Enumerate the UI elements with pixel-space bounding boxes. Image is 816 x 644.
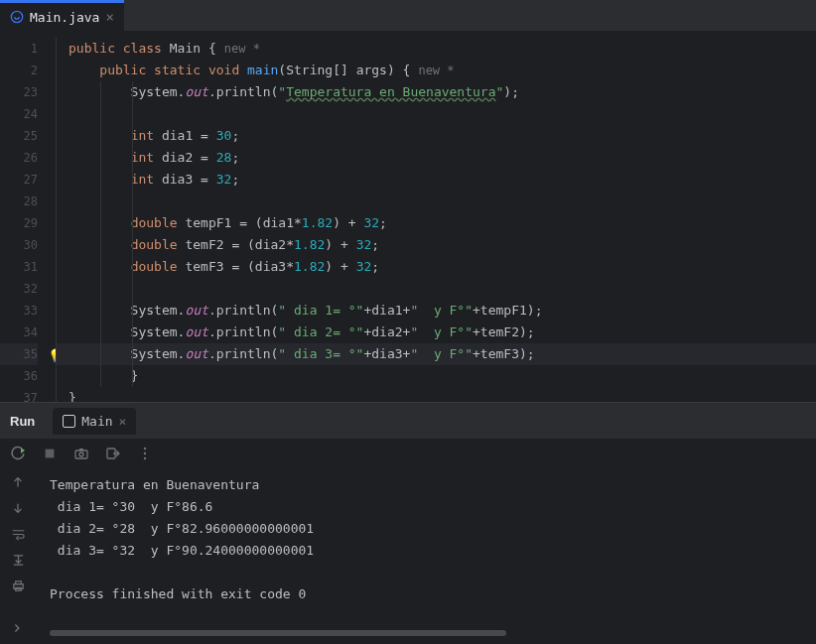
line-number: 24: [0, 103, 38, 125]
svg-point-8: [144, 457, 146, 459]
run-body: Temperatura en Buenaventura dia 1= °30 y…: [0, 468, 816, 644]
line-number: 36: [0, 365, 38, 387]
code-line[interactable]: [56, 191, 816, 212]
soft-wrap-icon[interactable]: [10, 526, 26, 542]
line-number: 37: [0, 387, 38, 402]
code-line[interactable]: }: [56, 365, 816, 387]
code-line[interactable]: double tempF1 = (dia1*1.82) + 32;: [56, 212, 816, 234]
line-number: 33: [0, 300, 38, 322]
svg-point-6: [144, 448, 146, 450]
stop-icon[interactable]: [42, 446, 58, 461]
code-line[interactable]: [56, 278, 816, 300]
code-line[interactable]: double temF3 = (dia3*1.82) + 32;: [56, 256, 816, 278]
svg-rect-1: [46, 450, 55, 458]
svg-rect-4: [79, 449, 83, 451]
more-icon[interactable]: [137, 446, 153, 461]
run-content: Temperatura en Buenaventura dia 1= °30 y…: [36, 468, 816, 644]
java-file-icon: [10, 10, 24, 24]
code-line[interactable]: double temF2 = (dia2*1.82) + 32;: [56, 234, 816, 256]
line-number: 35💡: [0, 343, 38, 365]
code-line[interactable]: System.out.println(" dia 1= °"+dia1+" y …: [56, 300, 816, 322]
code-line[interactable]: }: [56, 387, 816, 402]
tab-filename: Main.java: [30, 10, 99, 25]
run-toolbar: [0, 439, 816, 468]
line-number: 31: [0, 256, 38, 278]
line-number: 34: [0, 322, 38, 343]
scroll-to-end-icon[interactable]: [10, 552, 26, 568]
line-number: 27: [0, 169, 38, 191]
editor-tab[interactable]: Main.java ×: [0, 0, 124, 31]
run-panel-title: Run: [10, 414, 49, 429]
console-output[interactable]: Temperatura en Buenaventura dia 1= °30 y…: [36, 468, 816, 630]
line-number-gutter: 1223242526272829303132333435💡3637: [0, 32, 56, 402]
svg-point-3: [79, 452, 83, 456]
up-arrow-icon[interactable]: [10, 474, 26, 490]
code-line[interactable]: public static void main(String[] args) {…: [56, 60, 816, 81]
line-number: 32: [0, 278, 38, 300]
editor-tab-bar: Main.java ×: [0, 0, 816, 32]
line-number: 29: [0, 212, 38, 234]
code-line[interactable]: System.out.println(" dia 2= °"+dia2+" y …: [56, 322, 816, 343]
code-line[interactable]: int dia1 = 30;: [56, 125, 816, 147]
code-line[interactable]: System.out.println(" dia 3= °"+dia3+" y …: [56, 343, 816, 365]
run-config-tab[interactable]: Main ×: [53, 408, 136, 435]
code-line[interactable]: public class Main {new *: [56, 38, 816, 60]
horizontal-scrollbar[interactable]: [50, 630, 802, 640]
close-run-tab-icon[interactable]: ×: [119, 414, 127, 429]
code-line[interactable]: int dia3 = 32;: [56, 169, 816, 191]
close-tab-icon[interactable]: ×: [105, 10, 113, 24]
run-panel-header: Run Main ×: [0, 403, 816, 439]
svg-point-0: [11, 11, 22, 22]
inlay-hint: new *: [216, 42, 260, 56]
expand-icon[interactable]: [10, 620, 26, 636]
line-number: 2: [0, 60, 38, 81]
line-number: 30: [0, 234, 38, 256]
code-area[interactable]: public class Main {new * public static v…: [56, 32, 816, 402]
rerun-icon[interactable]: [10, 446, 26, 461]
line-number: 1: [0, 38, 38, 60]
svg-rect-2: [75, 451, 87, 458]
inlay-hint: new *: [410, 64, 454, 77]
line-number: 25: [0, 125, 38, 147]
exit-icon[interactable]: [105, 446, 121, 461]
line-number: 23: [0, 81, 38, 103]
code-line[interactable]: int dia2 = 28;: [56, 147, 816, 169]
application-icon: [63, 415, 75, 428]
svg-point-7: [144, 452, 146, 454]
line-number: 26: [0, 147, 38, 169]
run-sidebar: [0, 468, 36, 644]
code-line[interactable]: [56, 103, 816, 125]
code-line[interactable]: System.out.println("Temperatura en Buena…: [56, 81, 816, 103]
run-panel: Run Main ×: [0, 402, 816, 644]
code-editor[interactable]: 1223242526272829303132333435💡3637 public…: [0, 32, 816, 402]
line-number: 28: [0, 191, 38, 212]
scrollbar-thumb[interactable]: [50, 630, 506, 636]
print-icon[interactable]: [10, 578, 26, 593]
svg-rect-10: [15, 580, 21, 583]
down-arrow-icon[interactable]: [10, 500, 26, 516]
camera-icon[interactable]: [73, 446, 89, 461]
run-tab-name: Main: [81, 414, 112, 429]
